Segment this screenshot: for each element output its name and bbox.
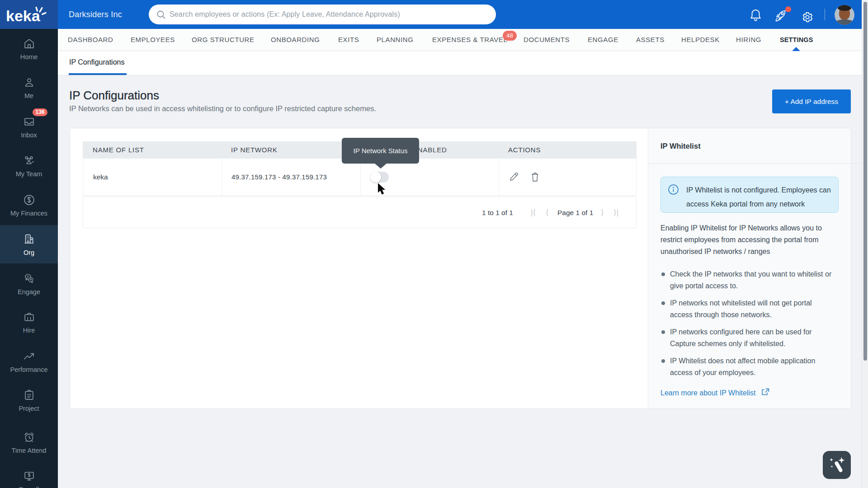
svg-text:keka: keka — [6, 7, 41, 24]
